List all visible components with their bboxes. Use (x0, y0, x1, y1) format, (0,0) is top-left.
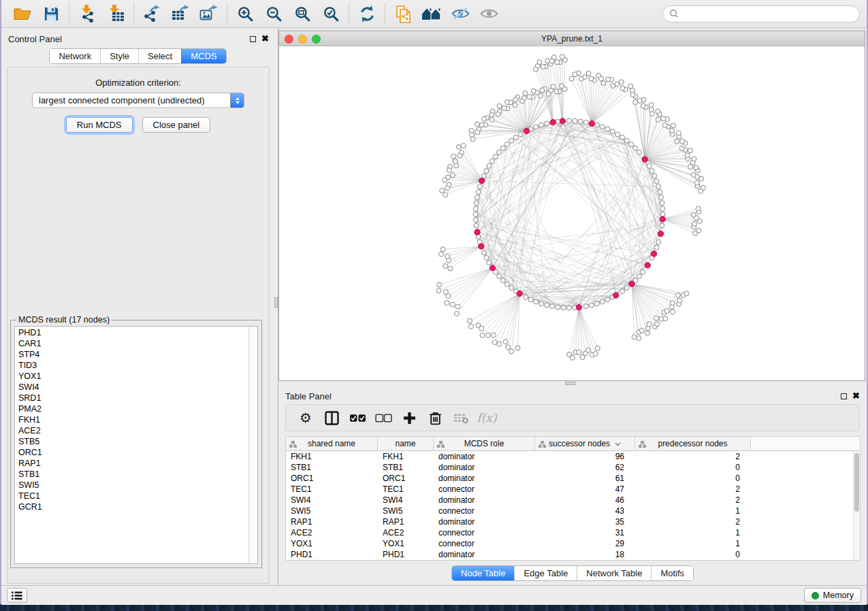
network-node[interactable] (594, 122, 599, 127)
table-cell[interactable]: 35 (535, 516, 635, 527)
mcds-result-item[interactable]: PMA2 (15, 403, 248, 414)
table-cell[interactable]: FKH1 (286, 451, 378, 462)
network-node[interactable] (659, 195, 664, 200)
zoom-fit-button[interactable] (288, 1, 317, 26)
network-node[interactable] (479, 326, 484, 331)
import-table-button[interactable] (101, 1, 130, 26)
network-node[interactable] (594, 301, 599, 306)
network-node[interactable] (448, 266, 453, 271)
hide-selected-button[interactable] (446, 1, 475, 26)
network-node[interactable] (524, 295, 528, 299)
table-cell[interactable]: SWI4 (286, 495, 378, 506)
network-node[interactable] (688, 148, 693, 153)
network-node[interactable] (456, 145, 461, 150)
mcds-result-item[interactable]: GCR1 (15, 501, 248, 512)
mcds-result-item[interactable]: RAP1 (15, 458, 248, 469)
network-node[interactable] (477, 184, 482, 189)
first-neighbors-button[interactable] (417, 1, 446, 26)
network-node[interactable] (573, 118, 577, 123)
network-node[interactable] (639, 328, 644, 333)
save-session-button[interactable] (37, 1, 65, 26)
mcds-hub-node[interactable] (479, 178, 485, 184)
deselect-all-rows-button[interactable] (370, 406, 396, 429)
network-node[interactable] (589, 303, 594, 308)
tab-mcds[interactable]: MCDS (181, 49, 225, 63)
maximize-window-icon[interactable] (312, 35, 321, 44)
table-cell[interactable]: TEC1 (286, 484, 378, 495)
network-node[interactable] (649, 108, 654, 112)
network-node[interactable] (454, 312, 459, 316)
select-all-rows-button[interactable] (344, 406, 370, 429)
network-node[interactable] (445, 301, 449, 306)
network-node[interactable] (497, 150, 502, 154)
column-header-shared-name[interactable]: shared name (286, 437, 378, 450)
network-node[interactable] (691, 212, 696, 217)
table-cell[interactable]: 62 (535, 462, 635, 473)
table-cell[interactable]: 1 (635, 506, 751, 516)
mcds-result-item[interactable]: TID3 (15, 360, 248, 371)
mcds-result-item[interactable]: SWI4 (15, 382, 248, 393)
network-node[interactable] (484, 169, 489, 174)
network-node[interactable] (691, 173, 696, 178)
network-node[interactable] (487, 261, 492, 265)
table-row[interactable]: YOX1YOX1connector291 (286, 538, 853, 549)
network-node[interactable] (470, 133, 475, 137)
clone-network-button[interactable] (389, 1, 417, 26)
table-settings-button[interactable]: ⚙ (293, 406, 319, 429)
network-node[interactable] (605, 127, 610, 131)
network-node[interactable] (589, 76, 594, 81)
table-cell[interactable]: SWI5 (286, 506, 378, 516)
table-cell[interactable]: dominator (434, 451, 535, 462)
network-node[interactable] (500, 146, 505, 150)
network-node[interactable] (654, 245, 659, 250)
table-cell[interactable]: connector (434, 484, 535, 495)
network-node[interactable] (583, 304, 588, 309)
network-node[interactable] (497, 342, 502, 346)
table-row[interactable]: SWI4SWI4dominator462 (286, 495, 853, 506)
network-node[interactable] (513, 135, 518, 139)
network-node[interactable] (481, 250, 486, 255)
network-node[interactable] (647, 322, 652, 327)
network-node[interactable] (540, 88, 545, 93)
close-window-icon[interactable] (285, 35, 293, 44)
network-node[interactable] (506, 345, 511, 350)
network-node[interactable] (660, 223, 664, 228)
export-network-button[interactable] (138, 1, 166, 26)
network-node[interactable] (527, 95, 532, 99)
network-node[interactable] (596, 73, 601, 78)
network-node[interactable] (476, 190, 481, 195)
table-cell[interactable]: RAP1 (286, 516, 378, 527)
network-node[interactable] (436, 288, 441, 293)
table-cell[interactable]: YOX1 (286, 538, 378, 549)
network-node[interactable] (443, 193, 448, 197)
network-node[interactable] (649, 169, 654, 174)
network-node[interactable] (696, 206, 701, 211)
network-node[interactable] (624, 138, 629, 143)
network-node[interactable] (600, 125, 605, 129)
table-cell[interactable]: YOX1 (378, 538, 434, 549)
tab-network-table[interactable]: Network Table (577, 566, 651, 580)
mcds-result-item[interactable]: YOX1 (15, 371, 248, 382)
network-node[interactable] (513, 97, 518, 102)
delete-column-button[interactable] (422, 406, 448, 429)
table-cell[interactable]: 0 (635, 549, 751, 560)
network-node[interactable] (637, 274, 641, 279)
table-cell[interactable]: 29 (535, 538, 635, 549)
table-cell[interactable]: connector (434, 506, 535, 516)
tab-style[interactable]: Style (100, 49, 138, 63)
network-node[interactable] (554, 89, 559, 94)
table-cell[interactable]: 61 (535, 473, 635, 484)
network-node[interactable] (473, 206, 478, 211)
network-node[interactable] (482, 116, 487, 121)
optimization-criterion-select[interactable]: largest connected component (undirected) (32, 93, 244, 108)
network-node[interactable] (656, 109, 660, 114)
network-node[interactable] (675, 139, 679, 144)
network-node[interactable] (453, 159, 457, 163)
table-scrollbar-thumb[interactable] (854, 453, 859, 512)
network-node[interactable] (484, 255, 489, 260)
import-network-button[interactable] (73, 1, 101, 26)
mcds-hub-node[interactable] (651, 251, 656, 257)
column-header-predecessor-nodes[interactable]: predecessor nodes (635, 437, 751, 450)
network-node[interactable] (539, 122, 544, 127)
network-node[interactable] (480, 333, 485, 337)
